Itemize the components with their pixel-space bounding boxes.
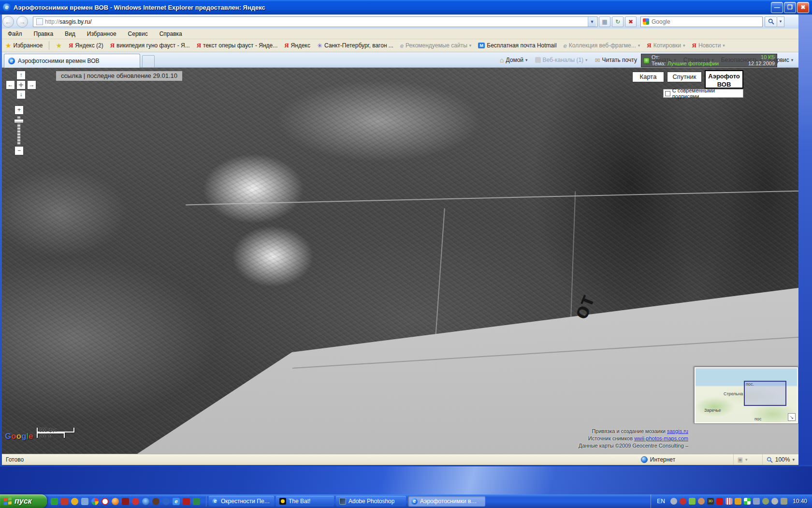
favorite-link-yandex2[interactable]: ЯЯндекс (2) [69,42,103,49]
menu-view[interactable]: Вид [65,30,75,37]
modern-labels-option[interactable]: С современными подписями [663,89,743,98]
read-mail-button[interactable]: ✉Читать почту [595,57,637,64]
compatibility-view-button[interactable]: ▦ [599,16,610,27]
zoom-slider-handle[interactable] [14,119,24,123]
menu-edit[interactable]: Правка [34,30,54,37]
add-favorite-button[interactable]: ★ [56,42,62,49]
zoom-in-button[interactable]: + [14,105,24,115]
close-button[interactable]: ✖ [797,2,809,13]
quicklaunch-icon-6[interactable] [102,498,109,505]
minimap-expand-button[interactable]: ↘ [788,413,796,421]
mail-notification-popup[interactable]: От: 10 КБ Тема: Лучшие фотографии 12.12.… [641,54,777,67]
pan-down-button[interactable]: ↓ [16,90,26,99]
tray-icon-volume[interactable] [735,498,741,505]
favorites-button[interactable]: ★ Избранное [5,42,43,49]
protected-mode-button[interactable]: ▣▾ [734,454,763,465]
url-text[interactable]: http://sasgis.by.ru/ [45,18,92,25]
refresh-button[interactable]: ↻ [612,16,624,27]
tray-icon-4[interactable] [698,498,705,505]
taskbar-window-photoshop[interactable]: Adobe Photoshop [336,496,406,507]
quicklaunch-icon-3[interactable] [71,498,78,505]
quicklaunch-icon-7[interactable] [112,498,119,505]
address-dropdown[interactable]: ▼ [588,17,596,27]
favorite-link-spb[interactable]: ✳Санкт-Петербург, вагон ... [317,42,393,49]
language-indicator[interactable]: EN [654,497,668,506]
back-button[interactable]: ← [2,16,14,28]
feeds-button[interactable]: Веб-каналы (1)▾ [535,57,588,63]
layer-aerophoto-button[interactable]: АэрофотоВОВ [705,70,743,89]
quicklaunch-icon-1[interactable] [51,498,58,505]
quicklaunch-icon-14[interactable] [183,498,190,505]
quicklaunch-icon-15[interactable] [193,498,200,505]
favorite-link-wikipedia-faust[interactable]: Явикипедия гуно фауст - Я... [110,42,190,49]
tray-icon-antivirus[interactable] [716,498,723,505]
tray-icon-12[interactable] [771,498,778,505]
taskbar-window-aerophoto[interactable]: e Аэрофотоснимки вр... [408,496,485,507]
quicklaunch-icon-10[interactable] [142,498,149,505]
home-button[interactable]: ⌂Домой▾ [500,56,528,64]
quicklaunch-icon-4[interactable] [81,498,88,505]
tray-icon-11[interactable] [762,498,769,505]
quicklaunch-ie-icon[interactable]: e [173,498,180,505]
quicklaunch-icon-12[interactable] [162,498,170,505]
quicklaunch-icon-5[interactable] [91,498,99,505]
maximize-button[interactable]: ❐ [784,2,796,13]
quick-launch-bar: e [47,498,204,505]
status-bar: Готово Интернет ▣▾ 100% ▾ [2,454,798,465]
wwii-photos-link[interactable]: wwii-photos-maps.com [634,435,688,441]
taskbar-window-thebat[interactable]: The Bat! [276,496,334,507]
taskbar-window-okrestnosti[interactable]: e Окрестности Петер... [209,496,274,507]
menu-tools[interactable]: Сервис [128,30,148,37]
yandex-icon: Я [197,42,201,49]
quicklaunch-icon-8[interactable] [122,498,129,505]
yandex-icon: Я [110,42,115,49]
quicklaunch-icon-9[interactable] [132,498,139,505]
favorite-link-yandex[interactable]: ЯЯндекс [284,42,310,49]
tray-icon-5[interactable]: 3D [707,498,714,505]
pan-left-button[interactable]: ← [6,80,15,90]
pan-center-button[interactable] [16,80,26,90]
search-input[interactable] [652,18,760,25]
tray-icon-7[interactable] [725,498,732,505]
search-options-dropdown[interactable]: ▼ [777,16,784,27]
page-zoom-button[interactable]: 100% ▾ [763,454,798,465]
pan-right-button[interactable]: → [27,80,36,90]
address-field[interactable]: http://sasgis.by.ru/ ▼ [33,16,597,27]
forward-button[interactable]: → [16,16,28,28]
start-button[interactable]: пуск [0,494,47,508]
layer-satellite-button[interactable]: Спутник [667,72,702,82]
new-tab-button[interactable] [142,55,155,68]
menu-file[interactable]: Файл [8,30,22,37]
quicklaunch-icon-2[interactable] [61,498,68,505]
tray-icon-network[interactable] [753,498,760,505]
mail-icon: ✉ [595,57,600,64]
stop-button[interactable]: ✖ [625,16,637,27]
tray-icon-2[interactable] [680,498,686,505]
sasgis-link[interactable]: sasgis.ru [667,428,688,434]
news-button[interactable]: ЯНовости▾ [692,42,725,49]
menu-favorites[interactable]: Избранное [87,30,116,37]
quotes-button[interactable]: ЯКотировки▾ [647,42,685,49]
tray-icon-1[interactable] [670,498,677,505]
menu-help[interactable]: Справка [160,30,182,37]
overview-minimap[interactable]: пос. Стрельна Заречье пос ↘ [694,367,798,424]
pan-up-button[interactable]: ↑ [16,71,26,80]
quicklaunch-icon-11[interactable] [152,498,160,505]
favorite-link-faust-libretto[interactable]: Ятекст оперы фауст - Янде... [197,42,278,49]
favorite-link-hotmail[interactable]: MБесплатная почта Hotmail [478,42,556,49]
search-box[interactable] [640,16,763,27]
update-banner[interactable]: ссылка | последне обновление 29.01.10 [56,71,182,81]
layer-map-button[interactable]: Карта [632,72,664,82]
labels-checkbox[interactable] [665,91,670,96]
taskbar-clock[interactable]: 10:40 [793,498,807,505]
zoom-out-button[interactable]: − [14,146,24,155]
tray-icon-shield[interactable] [689,498,696,505]
suggested-sites-button[interactable]: eРекомендуемые сайты▾ [400,42,471,49]
tray-icon-13[interactable] [781,498,787,505]
minimize-button[interactable]: — [771,2,783,13]
web-slice-gallery-button[interactable]: eКоллекция веб-фрагме...▾ [564,42,640,49]
search-button[interactable] [765,16,777,27]
tab-active[interactable]: e Аэрофотоснимки времен ВОВ [4,54,140,68]
aerial-map[interactable]: от ссылка | последне обновление 29.01.10… [2,68,798,454]
tray-icon-9[interactable] [744,498,751,505]
